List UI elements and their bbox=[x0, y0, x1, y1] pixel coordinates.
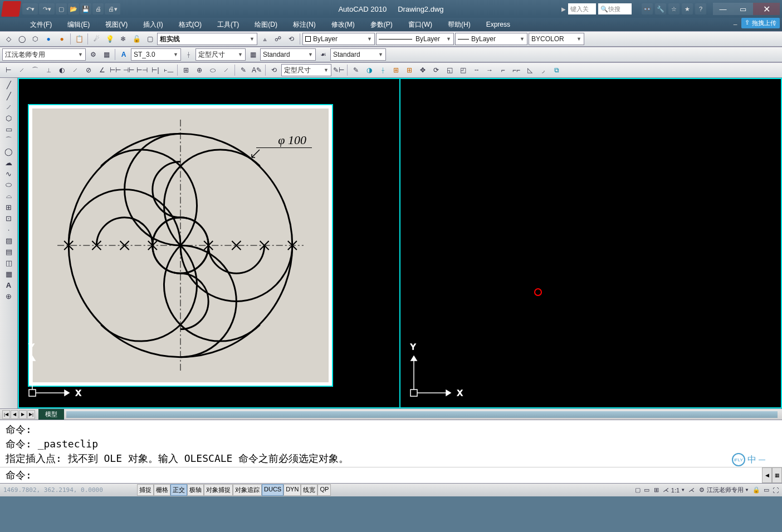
maximize-button[interactable]: ▭ bbox=[733, 3, 753, 15]
menu-window[interactable]: 窗口(W) bbox=[400, 18, 440, 31]
circle-tool-icon[interactable]: ◯ bbox=[1, 146, 17, 157]
menu-insert[interactable]: 插入(I) bbox=[135, 18, 170, 31]
modify-chamfer-icon[interactable]: ◺ bbox=[524, 64, 536, 76]
ellipse-arc-icon[interactable]: ⌓ bbox=[1, 190, 17, 201]
dim-tedit-icon[interactable]: A✎ bbox=[251, 64, 263, 76]
plot-button[interactable]: 🖨 bbox=[92, 3, 104, 14]
color-dropdown[interactable]: BYCOLOR▼ bbox=[529, 33, 584, 45]
sphere-orange-icon[interactable]: ● bbox=[56, 33, 68, 45]
dim-linear-icon[interactable]: ⊢ bbox=[2, 64, 14, 76]
modify-join-icon[interactable]: ⌐⌐ bbox=[510, 64, 522, 76]
modify-scale-icon[interactable]: ◱ bbox=[443, 64, 456, 76]
clean-screen-icon[interactable]: ⛶ bbox=[773, 487, 779, 494]
modify-copy-icon[interactable]: ◑ bbox=[363, 64, 375, 76]
menu-draw[interactable]: 绘图(D) bbox=[247, 18, 285, 31]
dim-edit-icon[interactable]: ✎ bbox=[237, 64, 250, 76]
linetype-name-dropdown[interactable]: 粗实线▼ bbox=[157, 33, 257, 45]
layer-match-icon[interactable]: ☍ bbox=[272, 33, 284, 45]
modify-trim-icon[interactable]: ╌ bbox=[470, 64, 482, 76]
jogged-linear-icon[interactable]: ⟋ bbox=[220, 64, 232, 76]
qview-icon[interactable]: ⊞ bbox=[654, 486, 659, 494]
help-icon[interactable]: ? bbox=[695, 3, 706, 14]
dim-radius-icon[interactable]: ◐ bbox=[56, 64, 68, 76]
props-icon[interactable]: ▦ bbox=[100, 48, 113, 61]
linetype-dropdown[interactable]: ByLayer▼ bbox=[376, 33, 454, 45]
modify-offset-icon[interactable]: ⊞ bbox=[390, 64, 402, 76]
open-button[interactable]: 📂 bbox=[68, 3, 79, 14]
inspect-icon[interactable]: ⬭ bbox=[207, 64, 219, 76]
annoscale[interactable]: ⋌1:1▼ bbox=[662, 486, 685, 494]
dim-arc-icon[interactable]: ⌒ bbox=[29, 64, 41, 76]
table-tool-icon[interactable]: ▦ bbox=[1, 268, 17, 279]
lock-ui-icon[interactable]: 🔒 bbox=[752, 486, 760, 494]
menu-edit[interactable]: 编辑(E) bbox=[60, 18, 97, 31]
snap-捕捉[interactable]: 捕捉 bbox=[137, 484, 154, 496]
clipboard-icon[interactable]: 📋 bbox=[73, 33, 85, 45]
pline-icon[interactable]: ⟋ bbox=[1, 101, 17, 112]
revcloud-icon[interactable]: ☁ bbox=[1, 157, 17, 168]
close-button[interactable]: ✕ bbox=[753, 3, 780, 15]
modify-rotate-icon[interactable]: ⟳ bbox=[430, 64, 442, 76]
search-box[interactable]: 🔍快搜 bbox=[598, 3, 632, 14]
modify-stretch-icon[interactable]: ◰ bbox=[457, 64, 469, 76]
mleader-style-dropdown[interactable]: Standard▼ bbox=[330, 48, 386, 61]
print-dd-button[interactable]: 🖨▾ bbox=[105, 3, 120, 14]
modify-explode-icon[interactable]: ⧉ bbox=[550, 64, 563, 76]
app-logo[interactable] bbox=[1, 1, 21, 17]
modify-array-icon[interactable]: ⊞ bbox=[403, 64, 416, 76]
snap-线宽[interactable]: 线宽 bbox=[301, 484, 317, 496]
region-icon[interactable]: ◫ bbox=[1, 257, 17, 268]
hatch-icon[interactable]: ▨ bbox=[1, 235, 17, 246]
dim-break-icon[interactable]: ⊢᎗ bbox=[163, 64, 175, 76]
favorite-icon[interactable]: ★ bbox=[682, 3, 693, 14]
dim-angular-icon[interactable]: ∠ bbox=[96, 64, 108, 76]
layer-iso-icon[interactable]: ⟁ bbox=[258, 33, 271, 45]
polygon-icon[interactable]: ⬡ bbox=[1, 112, 17, 124]
menu-view[interactable]: 视图(V) bbox=[97, 18, 135, 31]
star-icon[interactable]: ☆ bbox=[668, 3, 680, 14]
freeze-icon[interactable]: ❄ bbox=[117, 33, 129, 45]
drag-upload-badge[interactable]: ⇪拖拽上传 bbox=[741, 18, 780, 28]
modify-break-icon[interactable]: ⌐ bbox=[497, 64, 509, 76]
menu-help[interactable]: 帮助(H) bbox=[440, 18, 478, 31]
snap-正交[interactable]: 正交 bbox=[170, 484, 187, 496]
dim-aligned-icon[interactable]: ⟋ bbox=[16, 64, 28, 76]
menu-modify[interactable]: 修改(M) bbox=[324, 18, 363, 31]
doc-minimize[interactable]: – bbox=[731, 21, 740, 28]
dim-style-dropdown-1[interactable]: 定型尺寸▼ bbox=[195, 48, 246, 61]
tab-last[interactable]: ▶| bbox=[27, 410, 35, 419]
snap-DYN[interactable]: DYN bbox=[284, 484, 301, 496]
table-style-dropdown[interactable]: Standard▼ bbox=[260, 48, 316, 61]
dim-current-dropdown[interactable]: 定型尺寸▼ bbox=[281, 64, 331, 76]
layer-props-icon[interactable]: ☄ bbox=[90, 33, 102, 45]
current-layer-dropdown[interactable]: 江沅老师专用▼ bbox=[2, 48, 86, 61]
tab-scroll-area[interactable] bbox=[66, 411, 778, 418]
menu-tools[interactable]: 工具(T) bbox=[209, 18, 247, 31]
cmd-scroll-left[interactable]: ◀ bbox=[762, 467, 772, 483]
ellipse-icon[interactable]: ⬭ bbox=[1, 179, 17, 190]
command-input[interactable] bbox=[0, 467, 762, 483]
dim-icon-1[interactable]: ⟊ bbox=[182, 48, 194, 61]
point-icon[interactable]: · bbox=[1, 224, 17, 235]
dim-diameter-icon[interactable]: ⊘ bbox=[82, 64, 95, 76]
snap-QP[interactable]: QP bbox=[317, 484, 331, 496]
table-icon[interactable]: ▦ bbox=[247, 48, 259, 61]
rect-icon[interactable]: ◇ bbox=[2, 33, 14, 45]
tab-next[interactable]: ▶ bbox=[19, 410, 27, 419]
tolerance-icon[interactable]: ⊞ bbox=[180, 64, 192, 76]
make-block-icon[interactable]: ⊡ bbox=[1, 213, 17, 224]
layer-prev-icon[interactable]: ⟲ bbox=[285, 33, 297, 45]
hex-icon[interactable]: ⬡ bbox=[29, 33, 41, 45]
dim-override-icon[interactable]: ✎⊢ bbox=[333, 64, 345, 76]
gradient-icon[interactable]: ▤ bbox=[1, 246, 17, 257]
annovis-icon[interactable]: ⋌ bbox=[688, 486, 695, 494]
key-icon[interactable]: 🔧 bbox=[655, 3, 666, 14]
workspace-switch[interactable]: ⚙江沅老师专用▼ bbox=[698, 486, 749, 494]
center-mark-icon[interactable]: ⊕ bbox=[193, 64, 206, 76]
menu-parametric[interactable]: 参数(P) bbox=[363, 18, 400, 31]
tab-first[interactable]: |◀ bbox=[2, 410, 10, 419]
cmd-scroll-grip[interactable]: ▦ bbox=[772, 467, 782, 483]
xline-icon[interactable]: ╱ bbox=[1, 90, 17, 101]
redo-button[interactable]: ↷▾ bbox=[39, 3, 55, 14]
addsel-icon[interactable]: ⊕ bbox=[1, 290, 17, 302]
